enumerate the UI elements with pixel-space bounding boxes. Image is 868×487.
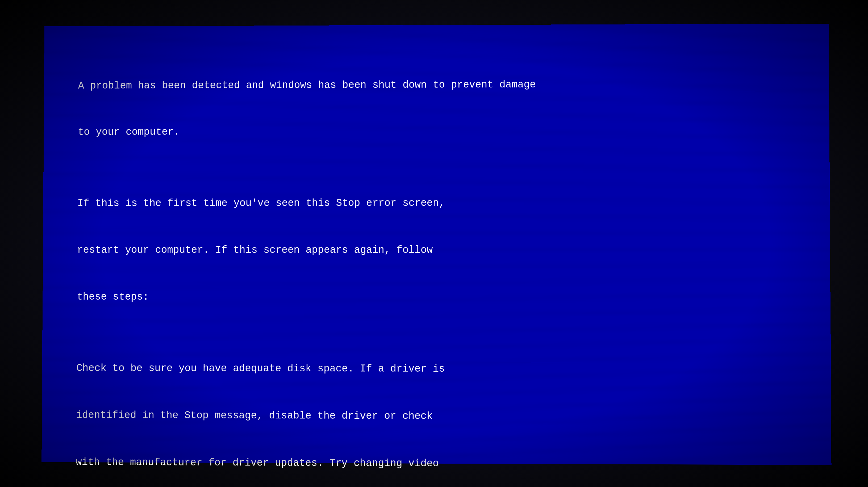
bsod-line2: to your computer. xyxy=(78,123,803,140)
bsod-text-content: A problem has been detected and windows … xyxy=(72,45,808,487)
bsod-para1-line3: these steps: xyxy=(77,289,804,305)
bsod-para2-line1: Check to be sure you have adequate disk … xyxy=(76,360,804,378)
bsod-para2-line3: with the manufacturer for driver updates… xyxy=(76,455,804,473)
bsod-para2-line2: identified in the Stop message, disable … xyxy=(76,408,804,425)
bsod-line1: A problem has been detected and windows … xyxy=(78,76,802,94)
monitor-bezel: A problem has been detected and windows … xyxy=(0,0,868,487)
bsod-screen: A problem has been detected and windows … xyxy=(41,24,831,465)
bsod-para1-line2: restart your computer. If this screen ap… xyxy=(77,242,803,258)
bsod-para1-line1: If this is the first time you've seen th… xyxy=(78,195,803,211)
